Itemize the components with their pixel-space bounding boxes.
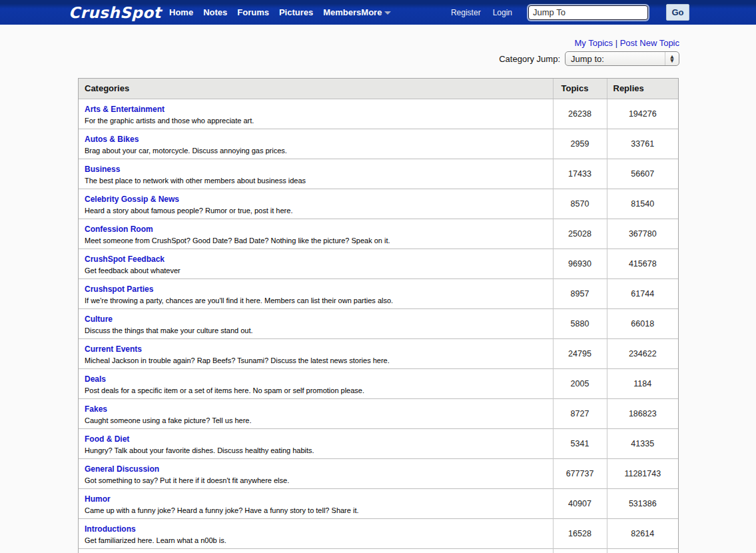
nav-item-home[interactable]: Home: [169, 7, 193, 17]
category-description: Hungry? Talk about your favorite dishes.…: [85, 446, 548, 454]
category-row: Introductions Get familiarized here. Lea…: [79, 518, 678, 548]
category-link[interactable]: Business: [85, 165, 120, 174]
select-stepper-icon: ▲ ▼: [665, 52, 679, 65]
topics-count: 2005: [553, 368, 607, 398]
header-categories: Categories: [79, 79, 553, 99]
nav-right-group: Register Login Go: [451, 4, 689, 21]
category-description: The best place to network with other mem…: [85, 177, 548, 185]
category-description: Got something to say? Put it here if it …: [85, 476, 548, 484]
replies-count: 66018: [607, 308, 678, 338]
nav-item-notes[interactable]: Notes: [203, 7, 227, 17]
top-navbar: CrushSpot HomeNotesForumsPicturesMembers…: [0, 0, 756, 25]
replies-count: 415678: [607, 249, 678, 278]
topics-count: 5341: [553, 428, 607, 458]
replies-count: 194276: [607, 99, 678, 129]
category-jump-select[interactable]: Jump to: ▲ ▼: [565, 51, 679, 66]
category-row: Arts & Entertainment For the graphic art…: [79, 99, 678, 129]
category-description: For the graphic artists and those who ap…: [85, 117, 548, 125]
category-link[interactable]: Humor: [85, 494, 111, 504]
category-link[interactable]: General Discussion: [85, 464, 159, 474]
topics-count: 8957: [553, 278, 607, 308]
category-jump-selected-value: Jump to:: [571, 54, 604, 64]
category-row: General Discussion Got something to say?…: [79, 458, 678, 488]
nav-item-members[interactable]: Members: [323, 7, 361, 17]
topics-count: 96930: [553, 249, 607, 278]
replies-count: 33761: [607, 129, 678, 159]
replies-count: 41335: [607, 428, 678, 458]
category-row: Food & Diet Hungry? Talk about your favo…: [79, 428, 678, 458]
my-topics-link[interactable]: My Topics: [574, 38, 613, 48]
category-link[interactable]: CrushSpot Feedback: [85, 255, 165, 264]
header-topics: Topics: [553, 79, 607, 99]
category-link[interactable]: Culture: [85, 314, 113, 324]
replies-count: 11281743: [607, 458, 678, 488]
category-row: Celebrity Gossip & News Heard a story ab…: [79, 189, 678, 219]
topics-count: 8727: [553, 398, 607, 428]
category-description: Brag about your car, motorcycle. Discuss…: [85, 147, 548, 155]
topics-count: 17433: [553, 159, 607, 189]
replies-count: 1184: [607, 368, 678, 398]
chevron-down-icon: [384, 11, 391, 15]
category-row: Deals Post deals for a specific item or …: [79, 368, 678, 398]
topics-count: 25028: [553, 219, 607, 249]
category-description: Discuss the things that make your cultur…: [85, 326, 548, 334]
topics-count: 40907: [553, 488, 607, 518]
category-link[interactable]: Arts & Entertainment: [85, 105, 165, 114]
crushspot-logo[interactable]: CrushSpot: [69, 4, 161, 21]
replies-count: 186823: [607, 398, 678, 428]
categories-table: Categories Topics Replies Arts & Enterta…: [78, 78, 679, 553]
category-link[interactable]: Autos & Bikes: [85, 135, 139, 144]
topics-count: 8570: [553, 189, 607, 219]
topics-count: 5880: [553, 308, 607, 338]
category-row: CrushSpot Feedback Get feedback about wh…: [79, 249, 678, 278]
nav-item-forums[interactable]: Forums: [237, 7, 269, 17]
category-row: Humor Came up with a funny joke? Heard a…: [79, 488, 678, 518]
category-row: Business The best place to network with …: [79, 159, 678, 189]
table-header-row: Categories Topics Replies: [79, 79, 678, 99]
category-link[interactable]: Food & Diet: [85, 434, 129, 444]
category-row: Current Events Micheal Jackson in troubl…: [79, 338, 678, 368]
category-link[interactable]: Confession Room: [85, 225, 153, 234]
topics-count: 16528: [553, 518, 607, 548]
replies-count: 61744: [607, 278, 678, 308]
topics-count: 26238: [553, 99, 607, 129]
category-row: Fakes Caught someone using a fake pictur…: [79, 398, 678, 428]
category-row: Crushspot Parties If we're throwing a pa…: [79, 278, 678, 308]
links-separator: |: [613, 38, 620, 48]
replies-count: 82614: [607, 518, 678, 548]
topics-count: 2959: [553, 129, 607, 159]
category-description: Get feedback about whatever: [85, 267, 548, 275]
topics-count: 24795: [553, 338, 607, 368]
category-description: Caught someone using a fake picture? Tel…: [85, 416, 548, 424]
category-description: Micheal Jackson in trouble again? Rap Be…: [85, 356, 548, 364]
category-link[interactable]: Crushspot Parties: [85, 284, 153, 294]
nav-item-pictures[interactable]: Pictures: [279, 7, 313, 17]
topics-count: 677737: [553, 458, 607, 488]
go-button[interactable]: Go: [666, 4, 689, 21]
category-row: Confession Room Meet someone from CrushS…: [79, 219, 678, 249]
category-description: Get familiarized here. Learn what a n00b…: [85, 536, 548, 544]
login-link[interactable]: Login: [493, 8, 512, 17]
category-link[interactable]: Celebrity Gossip & News: [85, 195, 179, 204]
category-row: Autos & Bikes Brag about your car, motor…: [79, 129, 678, 159]
category-description: Meet someone from CrushSpot? Good Date? …: [85, 237, 548, 245]
category-link[interactable]: Introductions: [85, 524, 136, 534]
jump-to-input[interactable]: [528, 5, 648, 20]
category-description: Heard a story about famous people? Rumor…: [85, 207, 548, 215]
category-row-partial: [79, 548, 678, 553]
category-jump-label: Category Jump:: [499, 54, 560, 64]
replies-count: 234622: [607, 338, 678, 368]
nav-links: HomeNotesForumsPicturesMembers: [169, 7, 361, 17]
register-link[interactable]: Register: [451, 8, 481, 17]
post-new-topic-link[interactable]: Post New Topic: [620, 38, 679, 48]
category-link[interactable]: Deals: [85, 374, 106, 384]
category-description: Came up with a funny joke? Heard a funny…: [85, 506, 548, 514]
category-description: If we're throwing a party, chances are y…: [85, 296, 548, 304]
category-link[interactable]: Current Events: [85, 344, 142, 354]
replies-count: 81540: [607, 189, 678, 219]
nav-item-more[interactable]: More: [361, 7, 391, 17]
replies-count: 531386: [607, 488, 678, 518]
category-link[interactable]: Fakes: [85, 404, 107, 414]
replies-count: 367780: [607, 219, 678, 249]
header-replies: Replies: [607, 79, 678, 99]
